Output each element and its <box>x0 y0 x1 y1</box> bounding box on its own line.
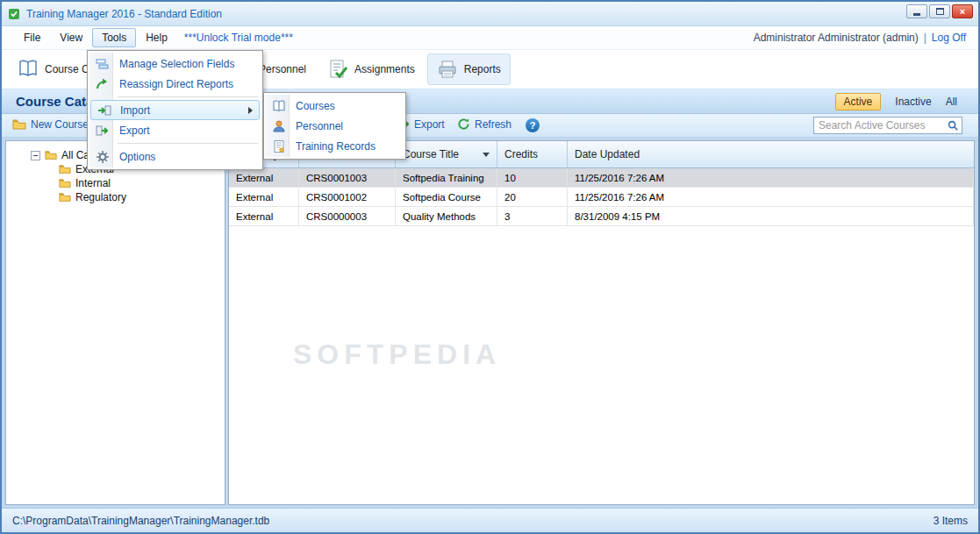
import-submenu: Courses Personnel Training Records <box>263 92 406 160</box>
close-button[interactable]: × <box>952 4 973 18</box>
filter-all[interactable]: All <box>946 96 957 108</box>
import-icon <box>97 103 111 117</box>
toolbar-reports-label: Reports <box>464 63 501 75</box>
folder-icon <box>59 163 71 175</box>
cell-credits: 10 <box>497 168 568 187</box>
trial-mode-notice[interactable]: ***Unlock Trial mode*** <box>184 32 293 44</box>
status-filters: Active Inactive All <box>835 93 957 110</box>
tree-item-regulatory[interactable]: Regulatory <box>6 190 225 204</box>
submenu-item-personnel[interactable]: Personnel <box>266 116 404 136</box>
menu-item-import[interactable]: Import <box>90 100 260 120</box>
tree-collapse-icon[interactable] <box>31 151 40 160</box>
status-bar: C:\ProgramData\TrainingManager\TrainingM… <box>2 508 978 532</box>
submenu-arrow-icon <box>248 107 253 114</box>
toolbar-assignments[interactable]: Assignments <box>318 54 424 84</box>
new-course-label: New Course <box>31 118 89 131</box>
folder-icon <box>59 177 71 189</box>
filter-inactive[interactable]: Inactive <box>895 96 931 108</box>
tools-dropdown-menu: Manage Selection Fields Reassign Direct … <box>87 50 263 170</box>
category-tree: All Categories External Internal <box>5 140 225 505</box>
course-catalog-icon <box>18 59 39 80</box>
content-area: All Categories External Internal <box>2 138 978 508</box>
search-input[interactable] <box>814 119 947 132</box>
item-count-label: 3 Items <box>934 515 968 527</box>
cell-credits: 3 <box>497 207 568 225</box>
toolbar-assignments-label: Assignments <box>354 63 415 75</box>
table-row[interactable]: External CRS0001002 Softpedia Course 20 … <box>229 188 974 207</box>
menu-separator <box>118 96 258 97</box>
cell-date-updated: 11/25/2016 7:26 AM <box>568 168 974 187</box>
app-window: Training Manager 2016 - Standard Edition… <box>0 0 980 534</box>
table-row[interactable]: External CRS0001003 Softpedia Training 1… <box>229 168 974 188</box>
menu-item-label: Manage Selection Fields <box>119 58 234 70</box>
menu-tools[interactable]: Tools <box>92 28 136 47</box>
menu-view[interactable]: View <box>50 28 92 47</box>
title-bar: Training Manager 2016 - Standard Edition… <box>2 2 978 26</box>
refresh-label: Refresh <box>475 118 511 131</box>
export-icon <box>96 124 110 138</box>
menu-separator <box>118 143 258 144</box>
window-controls: × <box>906 4 973 18</box>
maximize-icon <box>936 8 944 15</box>
toolbar-reports[interactable]: Reports <box>427 53 511 85</box>
cell-course-title: Softpedia Training <box>396 168 497 187</box>
menu-item-manage-selection-fields[interactable]: Manage Selection Fields <box>89 53 261 74</box>
column-header-date-updated[interactable]: Date Updated <box>568 141 974 167</box>
column-header-course-title[interactable]: Course Title <box>396 141 497 167</box>
new-course-button[interactable]: New Course <box>12 117 89 132</box>
cell-course-number: CRS0000003 <box>299 207 396 225</box>
tree-item-internal[interactable]: Internal <box>6 176 225 190</box>
tree-item-label: Internal <box>75 177 111 189</box>
current-user-label: Administrator Administrator (admin) <box>754 32 919 44</box>
folder-icon <box>59 191 71 203</box>
divider: | <box>924 32 926 44</box>
menu-item-reassign-direct-reports[interactable]: Reassign Direct Reports <box>89 74 261 94</box>
help-button[interactable]: ? <box>526 118 540 132</box>
column-header-credits[interactable]: Credits <box>497 141 568 167</box>
menu-item-label: Export <box>119 125 150 137</box>
menu-item-options[interactable]: Options <box>89 146 261 167</box>
minimize-button[interactable] <box>906 4 927 18</box>
new-course-folder-icon <box>12 117 26 132</box>
refresh-button[interactable]: Refresh <box>457 117 511 131</box>
database-path-label: C:\ProgramData\TrainingManager\TrainingM… <box>12 515 269 527</box>
cell-category: External <box>229 188 299 206</box>
filter-active[interactable]: Active <box>835 93 882 110</box>
window-title: Training Manager 2016 - Standard Edition <box>26 8 222 20</box>
minimize-icon <box>913 13 920 16</box>
records-icon <box>272 139 286 153</box>
folder-icon <box>45 149 57 161</box>
submenu-item-courses[interactable]: Courses <box>266 96 404 116</box>
table-row[interactable]: External CRS0000003 Quality Methods 3 8/… <box>229 207 974 226</box>
menu-item-export[interactable]: Export <box>89 120 261 140</box>
cell-date-updated: 11/25/2016 7:26 AM <box>568 188 974 206</box>
cell-category: External <box>229 207 299 225</box>
toolbar-personnel-label: Personnel <box>259 63 306 75</box>
cell-course-title: Softpedia Course <box>396 188 497 206</box>
menu-bar: File View Tools Help ***Unlock Trial mod… <box>2 26 978 50</box>
search-box <box>813 117 962 134</box>
menu-file[interactable]: File <box>14 28 50 47</box>
search-icon[interactable] <box>947 119 959 132</box>
refresh-icon <box>457 117 470 131</box>
gear-icon <box>96 150 110 164</box>
cell-course-number: CRS0001003 <box>299 168 396 187</box>
session-info: Administrator Administrator (admin) | Lo… <box>754 32 966 44</box>
menu-item-label: Personnel <box>296 120 343 132</box>
export-label: Export <box>414 118 445 131</box>
reassign-icon <box>96 77 110 91</box>
reports-icon <box>437 59 458 80</box>
cell-course-title: Quality Methods <box>396 207 497 225</box>
submenu-item-training-records[interactable]: Training Records <box>266 136 404 156</box>
maximize-button[interactable] <box>929 4 950 18</box>
menu-item-label: Training Records <box>296 140 376 153</box>
cell-date-updated: 8/31/2009 4:15 PM <box>568 207 974 225</box>
log-off-link[interactable]: Log Off <box>932 32 966 44</box>
app-icon <box>7 7 21 21</box>
column-filter-dropdown-icon[interactable] <box>483 153 490 157</box>
tree-item-label: Regulatory <box>75 191 126 203</box>
menu-item-label: Reassign Direct Reports <box>119 78 233 90</box>
menu-item-label: Options <box>119 151 155 163</box>
menu-item-label: Import <box>120 104 150 117</box>
menu-help[interactable]: Help <box>136 28 177 47</box>
